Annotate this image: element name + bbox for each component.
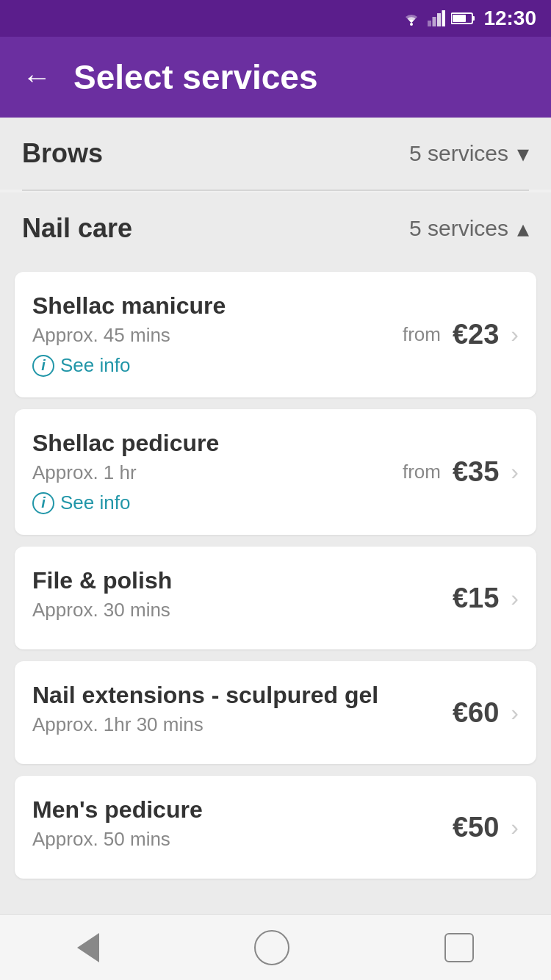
svg-rect-4 [442, 10, 446, 26]
service-info-mens-pedicure: Men's pedicure Approx. 50 mins [32, 796, 453, 858]
nav-home-button[interactable] [254, 930, 289, 965]
nav-recent-button[interactable] [444, 933, 474, 962]
service-info-nail-extensions: Nail extensions - sculpured gel Approx. … [32, 682, 453, 743]
brows-section-title: Brows [22, 138, 103, 169]
service-duration-shellac-manicure: Approx. 45 mins [32, 324, 403, 347]
from-label-shellac-manicure: from [403, 323, 441, 346]
service-card-nail-extensions[interactable]: Nail extensions - sculpured gel Approx. … [15, 661, 536, 764]
nav-recent-square-icon [444, 933, 474, 962]
nav-home-circle-icon [254, 930, 289, 965]
service-duration-file-polish: Approx. 30 mins [32, 599, 453, 621]
service-info-file-polish: File & polish Approx. 30 mins [32, 567, 453, 629]
service-duration-nail-extensions: Approx. 1hr 30 mins [32, 713, 453, 736]
brows-section-meta: 5 services ▾ [409, 140, 529, 167]
service-name-nail-extensions: Nail extensions - sculpured gel [32, 682, 453, 709]
service-info-shellac-manicure: Shellac manicure Approx. 45 mins i See i… [32, 292, 403, 377]
brows-section-count: 5 services [409, 141, 508, 166]
wifi-icon [401, 11, 422, 26]
price-file-polish: €15 [453, 583, 499, 614]
svg-rect-6 [472, 16, 475, 21]
price-area-shellac-manicure: from €23 › [403, 319, 519, 350]
bottom-navigation [0, 914, 551, 980]
battery-icon [451, 12, 476, 25]
nail-care-section-title: Nail care [22, 213, 132, 244]
price-shellac-manicure: €23 [453, 319, 499, 350]
info-icon-shellac-manicure: i [32, 355, 54, 377]
service-card-shellac-pedicure[interactable]: Shellac pedicure Approx. 1 hr i See info… [15, 409, 536, 535]
nav-back-icon [77, 933, 99, 962]
service-card-mens-pedicure[interactable]: Men's pedicure Approx. 50 mins €50 › [15, 776, 536, 879]
service-name-shellac-pedicure: Shellac pedicure [32, 430, 403, 457]
see-info-label-shellac-pedicure: See info [60, 491, 130, 514]
chevron-right-icon-file-polish: › [511, 585, 519, 612]
page-title: Select services [73, 57, 318, 97]
status-bar: 12:30 [0, 0, 551, 37]
service-duration-mens-pedicure: Approx. 50 mins [32, 828, 453, 851]
price-area-shellac-pedicure: from €35 › [403, 456, 519, 488]
nail-care-section-header[interactable]: Nail care 5 services ▴ [0, 192, 551, 264]
service-card-file-polish[interactable]: File & polish Approx. 30 mins €15 › [15, 547, 536, 649]
status-time: 12:30 [483, 7, 536, 30]
svg-rect-1 [428, 21, 431, 26]
service-name-shellac-manicure: Shellac manicure [32, 292, 403, 320]
nail-care-chevron-up-icon: ▴ [517, 215, 529, 242]
service-name-file-polish: File & polish [32, 567, 453, 594]
price-area-file-polish: €15 › [453, 583, 519, 614]
nail-care-section-meta: 5 services ▴ [409, 215, 529, 242]
status-icons [401, 10, 476, 26]
svg-point-0 [410, 23, 413, 26]
info-icon-shellac-pedicure: i [32, 492, 54, 514]
brows-divider [22, 190, 529, 191]
back-button[interactable]: ← [22, 62, 51, 92]
chevron-right-icon-shellac-manicure: › [511, 321, 519, 348]
svg-rect-7 [453, 15, 466, 22]
svg-rect-2 [433, 17, 436, 26]
price-mens-pedicure: €50 [453, 812, 499, 843]
from-label-shellac-pedicure: from [403, 461, 441, 483]
nav-back-button[interactable] [77, 933, 99, 962]
chevron-right-icon-mens-pedicure: › [511, 814, 519, 841]
svg-rect-3 [437, 13, 441, 26]
price-area-mens-pedicure: €50 › [453, 812, 519, 843]
nail-care-section-count: 5 services [409, 216, 508, 241]
see-info-label-shellac-manicure: See info [60, 354, 130, 377]
price-shellac-pedicure: €35 [453, 456, 499, 488]
service-duration-shellac-pedicure: Approx. 1 hr [32, 461, 403, 484]
signal-icon [428, 10, 445, 26]
price-area-nail-extensions: €60 › [453, 697, 519, 729]
price-nail-extensions: €60 [453, 697, 499, 729]
service-card-shellac-manicure[interactable]: Shellac manicure Approx. 45 mins i See i… [15, 272, 536, 397]
see-info-shellac-pedicure[interactable]: i See info [32, 491, 403, 514]
see-info-shellac-manicure[interactable]: i See info [32, 354, 403, 377]
service-info-shellac-pedicure: Shellac pedicure Approx. 1 hr i See info [32, 430, 403, 514]
chevron-right-icon-shellac-pedicure: › [511, 458, 519, 486]
chevron-right-icon-nail-extensions: › [511, 699, 519, 727]
service-name-mens-pedicure: Men's pedicure [32, 796, 453, 824]
app-header: ← Select services [0, 37, 551, 118]
services-list: Shellac manicure Approx. 45 mins i See i… [0, 264, 551, 967]
brows-chevron-down-icon: ▾ [517, 140, 529, 167]
brows-section-header[interactable]: Brows 5 services ▾ [0, 118, 551, 190]
